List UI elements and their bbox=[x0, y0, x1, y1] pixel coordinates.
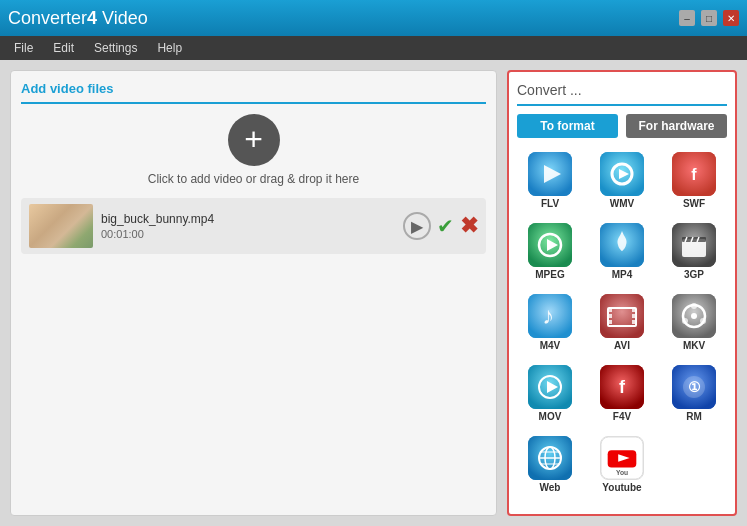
svg-text:①: ① bbox=[688, 379, 701, 395]
m4v-icon: ♪ bbox=[528, 294, 572, 338]
f4v-label: F4V bbox=[613, 411, 631, 422]
format-mp4[interactable]: MP4 bbox=[589, 219, 655, 284]
file-name: big_buck_bunny.mp4 bbox=[101, 212, 395, 226]
tab-for-hardware[interactable]: For hardware bbox=[626, 114, 727, 138]
mpeg-icon bbox=[528, 223, 572, 267]
format-youtube[interactable]: You Youtube bbox=[589, 432, 655, 497]
svg-rect-19 bbox=[600, 294, 644, 338]
mov-label: MOV bbox=[539, 411, 562, 422]
file-info: big_buck_bunny.mp4 00:01:00 bbox=[101, 212, 395, 240]
app-title-area: Converter4 Video bbox=[8, 8, 148, 29]
add-file-button[interactable]: + bbox=[228, 114, 280, 166]
maximize-button[interactable]: □ bbox=[701, 10, 717, 26]
svg-text:♪: ♪ bbox=[542, 302, 554, 329]
remove-button[interactable]: ✖ bbox=[460, 213, 478, 239]
mov-icon bbox=[528, 365, 572, 409]
mp4-icon bbox=[600, 223, 644, 267]
convert-label: Convert ... bbox=[517, 82, 727, 106]
file-row: big_buck_bunny.mp4 00:01:00 ▶ ✔ ✖ bbox=[21, 198, 486, 254]
svg-text:f: f bbox=[691, 166, 697, 183]
format-grid: FLV WMV bbox=[517, 148, 727, 497]
drop-text: Click to add video or drag & drop it her… bbox=[148, 172, 359, 186]
play-icon: ▶ bbox=[411, 217, 423, 236]
flv-icon bbox=[528, 152, 572, 196]
file-controls: ▶ ✔ ✖ bbox=[403, 212, 478, 240]
format-wmv[interactable]: WMV bbox=[589, 148, 655, 213]
format-swf[interactable]: f SWF bbox=[661, 148, 727, 213]
mpeg-label: MPEG bbox=[535, 269, 564, 280]
play-button[interactable]: ▶ bbox=[403, 212, 431, 240]
svg-rect-21 bbox=[608, 308, 612, 312]
format-mpeg[interactable]: MPEG bbox=[517, 219, 583, 284]
svg-rect-24 bbox=[632, 308, 636, 312]
format-web[interactable]: Web bbox=[517, 432, 583, 497]
app-title: Converter4 Video bbox=[8, 8, 148, 29]
format-rm[interactable]: ① RM bbox=[661, 361, 727, 426]
svg-text:f: f bbox=[619, 377, 626, 397]
format-mkv[interactable]: MKV bbox=[661, 290, 727, 355]
avi-icon bbox=[600, 294, 644, 338]
confirm-button[interactable]: ✔ bbox=[437, 214, 454, 238]
menu-settings[interactable]: Settings bbox=[84, 39, 147, 57]
format-flv[interactable]: FLV bbox=[517, 148, 583, 213]
window-controls: – □ ✕ bbox=[679, 10, 739, 26]
menu-edit[interactable]: Edit bbox=[43, 39, 84, 57]
format-3gp[interactable]: 3GP bbox=[661, 219, 727, 284]
flv-label: FLV bbox=[541, 198, 559, 209]
mp4-label: MP4 bbox=[612, 269, 633, 280]
mkv-icon bbox=[672, 294, 716, 338]
f4v-icon: f bbox=[600, 365, 644, 409]
add-video-label: Add video files bbox=[21, 81, 486, 104]
format-avi[interactable]: AVI bbox=[589, 290, 655, 355]
format-m4v[interactable]: ♪ M4V bbox=[517, 290, 583, 355]
3gp-icon bbox=[672, 223, 716, 267]
svg-text:You: You bbox=[616, 469, 628, 476]
svg-rect-22 bbox=[608, 314, 612, 318]
right-panel: Convert ... To format For hardware FLV bbox=[507, 70, 737, 516]
swf-icon: f bbox=[672, 152, 716, 196]
format-mov[interactable]: MOV bbox=[517, 361, 583, 426]
avi-label: AVI bbox=[614, 340, 630, 351]
youtube-label: Youtube bbox=[602, 482, 641, 493]
plus-icon: + bbox=[244, 123, 263, 155]
svg-rect-25 bbox=[632, 314, 636, 318]
rm-label: RM bbox=[686, 411, 702, 422]
svg-rect-23 bbox=[608, 320, 612, 324]
web-icon bbox=[528, 436, 572, 480]
rm-icon: ① bbox=[672, 365, 716, 409]
menu-help[interactable]: Help bbox=[147, 39, 192, 57]
file-duration: 00:01:00 bbox=[101, 228, 395, 240]
main-area: Add video files + Click to add video or … bbox=[0, 60, 747, 526]
tab-to-format[interactable]: To format bbox=[517, 114, 618, 138]
minimize-button[interactable]: – bbox=[679, 10, 695, 26]
left-panel: Add video files + Click to add video or … bbox=[10, 70, 497, 516]
3gp-label: 3GP bbox=[684, 269, 704, 280]
svg-point-31 bbox=[682, 318, 688, 324]
title-bar: Converter4 Video – □ ✕ bbox=[0, 0, 747, 36]
m4v-label: M4V bbox=[540, 340, 561, 351]
wmv-icon bbox=[600, 152, 644, 196]
menu-file[interactable]: File bbox=[4, 39, 43, 57]
svg-point-30 bbox=[691, 303, 697, 309]
svg-point-29 bbox=[691, 313, 697, 319]
mkv-label: MKV bbox=[683, 340, 705, 351]
web-label: Web bbox=[540, 482, 561, 493]
close-button[interactable]: ✕ bbox=[723, 10, 739, 26]
svg-point-32 bbox=[700, 318, 706, 324]
svg-rect-26 bbox=[632, 320, 636, 324]
drop-zone: + Click to add video or drag & drop it h… bbox=[21, 114, 486, 186]
menu-bar: File Edit Settings Help bbox=[0, 36, 747, 60]
tab-row: To format For hardware bbox=[517, 114, 727, 138]
file-thumbnail bbox=[29, 204, 93, 248]
youtube-icon: You bbox=[600, 436, 644, 480]
format-f4v[interactable]: f F4V bbox=[589, 361, 655, 426]
wmv-label: WMV bbox=[610, 198, 634, 209]
swf-label: SWF bbox=[683, 198, 705, 209]
